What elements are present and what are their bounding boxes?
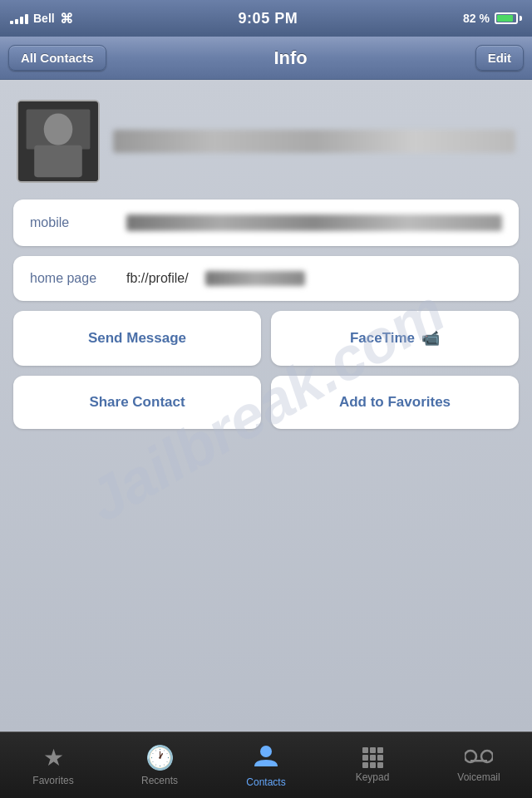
signal-bar-2 <box>15 19 18 24</box>
status-time: 9:05 PM <box>239 10 298 27</box>
battery-fill <box>497 15 513 22</box>
edit-button[interactable]: Edit <box>475 45 524 71</box>
nav-bar: All Contacts Info Edit <box>0 37 532 80</box>
homepage-row[interactable]: home page fb://profile/ <box>13 256 519 301</box>
tab-contacts-label: Contacts <box>246 776 285 788</box>
tab-voicemail-label: Voicemail <box>457 771 500 783</box>
tab-voicemail[interactable]: Voicemail <box>426 741 532 790</box>
photo-svg <box>18 100 98 183</box>
wifi-icon: ⌘ <box>60 11 73 27</box>
mobile-value-blurred <box>126 214 502 231</box>
battery-body <box>495 12 518 24</box>
share-contact-button[interactable]: Share Contact <box>13 376 261 429</box>
tab-favorites[interactable]: ★ Favorites <box>0 737 106 793</box>
battery-tip <box>520 16 522 21</box>
photo-person <box>18 101 98 181</box>
clock-icon: 🕐 <box>145 744 175 771</box>
send-message-button[interactable]: Send Message <box>13 311 261 366</box>
content-area: Jailbreak.com mobile home page fb://prof… <box>0 80 532 732</box>
svg-point-2 <box>44 113 73 145</box>
keypad-icon <box>362 747 383 768</box>
tab-favorites-label: Favorites <box>32 775 73 786</box>
carrier-label: Bell <box>33 12 55 25</box>
voicemail-icon <box>465 748 493 768</box>
facetime-label: FaceTime <box>350 330 415 347</box>
contact-photo <box>17 100 100 183</box>
signal-bar-3 <box>20 17 23 24</box>
add-to-favorites-button[interactable]: Add to Favorites <box>271 376 519 429</box>
facetime-button[interactable]: FaceTime 📹 <box>271 311 519 366</box>
signal-bars <box>10 12 28 24</box>
tab-contacts[interactable]: Contacts <box>213 736 319 795</box>
status-right: 82 % <box>463 12 522 25</box>
svg-rect-3 <box>34 145 82 177</box>
mobile-row[interactable]: mobile <box>13 200 519 246</box>
star-icon: ★ <box>43 744 64 771</box>
person-icon <box>253 743 279 773</box>
battery-percent: 82 % <box>463 12 490 25</box>
tab-bar: ★ Favorites 🕐 Recents Contacts Keypad <box>0 732 532 798</box>
action-row-2: Share Contact Add to Favorites <box>13 376 519 429</box>
tab-recents[interactable]: 🕐 Recents <box>106 737 213 793</box>
facetime-camera-icon: 📹 <box>421 329 440 347</box>
tab-recents-label: Recents <box>141 775 178 786</box>
signal-bar-1 <box>10 21 13 24</box>
mobile-label: mobile <box>30 215 113 230</box>
signal-bar-4 <box>25 14 28 24</box>
nav-title: Info <box>273 47 307 69</box>
svg-rect-7 <box>470 760 487 762</box>
all-contacts-button[interactable]: All Contacts <box>8 45 106 71</box>
action-row-1: Send Message FaceTime 📹 <box>13 311 519 366</box>
battery-indicator <box>495 12 522 24</box>
svg-point-4 <box>260 746 272 757</box>
homepage-label: home page <box>30 271 113 286</box>
tab-keypad-label: Keypad <box>356 771 390 783</box>
contact-header <box>13 93 519 190</box>
homepage-value-blurred <box>205 271 305 286</box>
status-bar: Bell ⌘ 9:05 PM 82 % <box>0 0 532 37</box>
tab-keypad[interactable]: Keypad <box>319 741 426 790</box>
homepage-value-partial: fb://profile/ <box>126 271 189 286</box>
contact-name-blurred <box>113 130 515 153</box>
status-left: Bell ⌘ <box>10 11 73 27</box>
